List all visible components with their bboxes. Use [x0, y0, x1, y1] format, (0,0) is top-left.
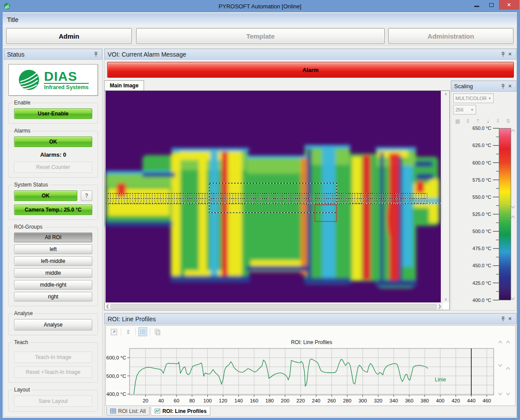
- roi-groups-label: ROI-Groups: [12, 224, 44, 230]
- scrollbar-thumb[interactable]: [111, 304, 437, 309]
- status-panel: Status DIAS Infrared Systems: [4, 48, 103, 417]
- close-panel-icon[interactable]: ✕: [506, 316, 513, 323]
- roi-chart-container: ⇕ ROI: Line Profiles600,0 °C500,0 °C400,…: [105, 325, 516, 406]
- svg-text:200: 200: [281, 398, 289, 403]
- svg-text:260: 260: [328, 398, 336, 403]
- svg-text:300: 300: [358, 398, 367, 403]
- copy-icon[interactable]: [153, 327, 162, 336]
- window-title: PYROSOFT Automation [Online]: [0, 3, 520, 10]
- chevron-down-icon: ▼: [488, 97, 491, 101]
- alarm-counter: Alarms: 0: [14, 151, 92, 158]
- status-panel-title: Status: [7, 51, 25, 58]
- scroll-up-icon[interactable]: ∧: [444, 92, 448, 96]
- system-ok-button[interactable]: OK: [14, 190, 77, 201]
- close-panel-icon[interactable]: ✕: [506, 83, 513, 90]
- alarms-group: Alarms OK Alarms: 0 Reset Counter: [8, 131, 98, 178]
- svg-text:360: 360: [405, 398, 413, 403]
- form-title-bar: Title: [3, 13, 517, 26]
- nav-button-template[interactable]: Template: [136, 28, 385, 44]
- system-help-button[interactable]: ?: [81, 190, 92, 201]
- close-icon: ✕: [507, 2, 511, 8]
- form-title: Title: [7, 16, 18, 23]
- image-horizontal-scrollbar[interactable]: ❮ ❯: [105, 302, 443, 310]
- scroll-right-icon[interactable]: ❯: [438, 304, 441, 309]
- svg-text:ROI: Line Profiles: ROI: Line Profiles: [291, 339, 332, 345]
- palette-select[interactable]: MULTICOLOR ▼: [453, 93, 494, 103]
- image-vertical-scrollbar[interactable]: ∧ ∨: [442, 91, 449, 302]
- color-scale[interactable]: 650.0 °C625.0 °C600.0 °C575.0 °C550.0 °C…: [451, 124, 516, 306]
- close-panel-icon[interactable]: ✕: [506, 51, 513, 58]
- app-window: PYROSOFT Automation [Online] ✕ Title Adm…: [0, 0, 520, 420]
- roi-group-button-middle[interactable]: middle: [14, 268, 92, 278]
- svg-text:600.0 °C: 600.0 °C: [473, 160, 491, 165]
- line-profile-chart[interactable]: ROI: Line Profiles600,0 °C500,0 °C400,0 …: [106, 338, 514, 405]
- dias-logo: DIAS Infrared Systems: [8, 64, 98, 96]
- svg-text:500,0 °C: 500,0 °C: [106, 373, 126, 379]
- scroll-down-icon[interactable]: ∨: [444, 297, 448, 302]
- tab-roi-list[interactable]: ROI List: All: [106, 407, 150, 416]
- scale-properties-icon[interactable]: ▦: [455, 118, 461, 124]
- svg-text:380: 380: [420, 398, 429, 403]
- svg-text:40: 40: [158, 398, 164, 403]
- thermal-image[interactable]: [105, 91, 442, 302]
- pin-icon[interactable]: [499, 51, 506, 58]
- svg-text:320: 320: [374, 398, 383, 403]
- window-frame: Title Admin Template Administration Stat…: [3, 12, 517, 418]
- scale-down-icon[interactable]: ⇣: [485, 118, 491, 124]
- save-layout-button[interactable]: Save Layout: [14, 395, 92, 407]
- user-enable-button[interactable]: User-Enable: [14, 108, 92, 119]
- svg-text:600,0 °C: 600,0 °C: [106, 355, 126, 360]
- nav-button-admin[interactable]: Admin: [6, 28, 132, 44]
- system-status-group: System Status OK ? Camera Temp.: 25.0 °C: [8, 185, 98, 220]
- reset-counter-button[interactable]: Reset Counter: [14, 162, 92, 173]
- roi-bottom-tabs: ROI List: All ROI: Line Profiles: [105, 407, 516, 416]
- svg-text:160: 160: [250, 398, 258, 403]
- alarms-ok-button[interactable]: OK: [14, 136, 92, 147]
- svg-text:475.0 °C: 475.0 °C: [473, 246, 491, 251]
- svg-text:340: 340: [390, 398, 398, 403]
- scaling-toolbar: ▦ ⇕ ⇡ ⇣ ⇳ ⇅: [455, 118, 516, 124]
- voi-panel-title: VOI: Current Alarm Message: [108, 51, 186, 58]
- tab-main-image[interactable]: Main Image: [104, 80, 144, 90]
- reset-teach-in-image-button[interactable]: Reset +Teach-In Image: [14, 366, 92, 378]
- line-chart-icon: [155, 409, 160, 413]
- svg-text:180: 180: [265, 398, 274, 403]
- pin-icon[interactable]: [499, 316, 506, 323]
- nav-button-administration[interactable]: Administration: [388, 28, 513, 44]
- alarm-button[interactable]: Alarm: [107, 62, 514, 78]
- scale-auto-icon[interactable]: ⇅: [505, 118, 511, 124]
- svg-text:525.0 °C: 525.0 °C: [473, 212, 491, 217]
- levels-value: 256: [455, 107, 463, 112]
- scale-updown-icon[interactable]: ⇕: [465, 118, 471, 124]
- roi-group-button-middle-right[interactable]: mddle-right: [14, 280, 92, 290]
- scroll-left-icon[interactable]: ❮: [106, 304, 109, 309]
- pin-icon[interactable]: [92, 51, 99, 58]
- autoscale-icon[interactable]: ⇕: [124, 327, 133, 336]
- export-icon[interactable]: [109, 327, 118, 336]
- legend-list-icon[interactable]: [138, 327, 147, 336]
- roi-group-button-left[interactable]: left: [14, 244, 92, 254]
- tab-roi-line-profiles[interactable]: ROI: Line Profiles: [151, 407, 211, 416]
- main-image-panel: Main Image: [104, 79, 450, 311]
- maximize-button[interactable]: [484, 0, 499, 10]
- image-tabbar: Main Image: [104, 79, 450, 90]
- pin-icon[interactable]: [499, 83, 506, 90]
- minimize-button[interactable]: [469, 0, 484, 10]
- teach-in-image-button[interactable]: Teach-In Image: [14, 352, 92, 363]
- roi-group-button-all[interactable]: All ROI: [14, 233, 92, 242]
- svg-text:220: 220: [296, 398, 305, 403]
- roi-groups-group: ROI-Groups All ROI left left-middle midd…: [8, 227, 98, 306]
- roi-group-button-right[interactable]: right: [14, 292, 92, 302]
- scale-up-icon[interactable]: ⇡: [475, 118, 481, 124]
- close-button[interactable]: ✕: [499, 0, 519, 10]
- roi-group-button-left-middle[interactable]: left-middle: [14, 256, 92, 266]
- teach-group: Teach Teach-In Image Reset +Teach-In Ima…: [8, 342, 98, 383]
- tab-roi-list-label: ROI List: All: [118, 408, 146, 414]
- svg-text:575.0 °C: 575.0 °C: [473, 177, 491, 183]
- scale-fit-icon[interactable]: ⇳: [495, 118, 501, 124]
- levels-select[interactable]: 256 ▼: [453, 105, 476, 115]
- maximize-icon: [489, 3, 494, 7]
- layout-group: Layout Save Layout: [8, 390, 98, 412]
- analyse-button[interactable]: Analyse: [14, 319, 92, 330]
- svg-text:440: 440: [467, 398, 475, 403]
